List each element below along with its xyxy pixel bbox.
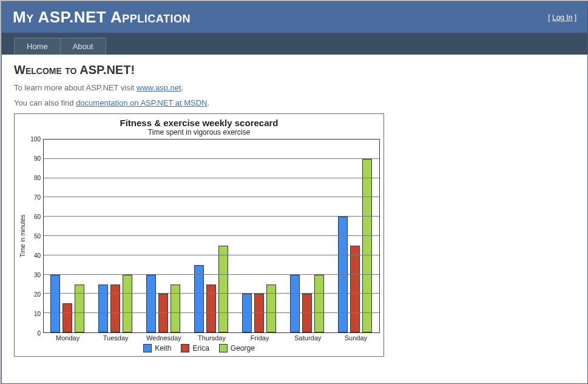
bar-george xyxy=(314,275,324,332)
gridline xyxy=(44,235,379,236)
bar-keith xyxy=(50,275,60,332)
y-tick: 80 xyxy=(34,175,41,181)
login-display: [ Log In ] xyxy=(548,13,576,22)
intro-para-2: You can also find documentation on ASP.N… xyxy=(14,98,575,107)
nav-tabs: Home About xyxy=(14,38,587,55)
nav-tab-about[interactable]: About xyxy=(60,38,106,55)
bar-keith xyxy=(146,275,156,332)
chart-subtitle: Time spent in vigorous exercise xyxy=(18,128,380,136)
app-title: My ASP.NET Application xyxy=(13,8,191,27)
x-axis-ticks: MondayTuesdayWednesdayThursdayFridaySatu… xyxy=(44,333,380,342)
bar-group xyxy=(44,140,92,332)
header-bar: My ASP.NET Application [ Log In ] xyxy=(2,2,587,33)
legend-swatch xyxy=(219,344,228,352)
bar-george xyxy=(123,275,132,332)
bar-george xyxy=(362,159,372,332)
bar-keith xyxy=(194,265,204,332)
y-axis-label: Time in minutes xyxy=(18,139,27,333)
bar-group xyxy=(283,140,331,332)
bar-george xyxy=(218,246,228,332)
bar-keith xyxy=(242,294,252,332)
bar-groups xyxy=(44,140,379,332)
page-heading: Welcome to ASP.NET! xyxy=(14,63,575,77)
legend-label: Keith xyxy=(155,344,171,352)
legend-item-george: George xyxy=(219,344,255,352)
legend-label: George xyxy=(231,344,255,352)
gridline xyxy=(44,178,379,178)
bar-group xyxy=(92,140,140,332)
x-tick: Monday xyxy=(44,333,92,342)
nav-strip: Home About xyxy=(2,33,587,55)
nav-tab-home[interactable]: Home xyxy=(14,38,61,55)
main-content: Welcome to ASP.NET! To learn more about … xyxy=(2,55,587,383)
x-tick: Thursday xyxy=(188,333,235,342)
x-tick: Sunday xyxy=(332,333,380,342)
gridline xyxy=(44,197,379,197)
x-tick: Friday xyxy=(236,333,284,342)
bar-erica xyxy=(206,285,216,333)
y-axis-ticks: 0102030405060708090100 xyxy=(27,139,43,333)
chart-legend: KeithEricaGeorge xyxy=(18,342,380,355)
y-tick: 90 xyxy=(34,155,41,162)
bar-group xyxy=(331,140,379,332)
bar-group xyxy=(140,140,188,332)
bar-george xyxy=(75,285,84,333)
bar-erica xyxy=(254,294,264,332)
legend-item-erica: Erica xyxy=(181,344,209,352)
legend-item-keith: Keith xyxy=(143,344,171,352)
y-tick: 60 xyxy=(34,214,41,220)
plot-canvas xyxy=(43,139,380,333)
link-msdn[interactable]: documentation on ASP.NET at MSDN xyxy=(76,98,207,107)
y-tick: 0 xyxy=(37,330,41,337)
y-tick: 40 xyxy=(34,252,41,259)
gridline xyxy=(44,312,379,313)
app-page: My ASP.NET Application [ Log In ] Home A… xyxy=(1,1,588,384)
x-tick: Wednesday xyxy=(140,333,188,342)
intro-para-1: To learn more about ASP.NET visit www.as… xyxy=(14,83,575,92)
bar-keith xyxy=(290,275,300,332)
bar-erica xyxy=(158,294,168,332)
bar-erica xyxy=(63,303,72,332)
fitness-chart: Fitness & exercise weekly scorecard Time… xyxy=(14,113,384,357)
bar-erica xyxy=(302,294,312,332)
bar-group xyxy=(235,140,283,332)
bar-erica xyxy=(350,246,360,332)
legend-label: Erica xyxy=(192,344,209,352)
x-tick: Saturday xyxy=(284,333,332,342)
gridline xyxy=(44,293,379,294)
gridline xyxy=(44,274,379,275)
bar-keith xyxy=(98,285,108,333)
legend-swatch xyxy=(143,344,152,352)
y-tick: 100 xyxy=(30,136,41,143)
y-tick: 30 xyxy=(34,272,41,278)
link-aspnet[interactable]: www.asp.net xyxy=(137,83,181,92)
y-tick: 20 xyxy=(34,291,41,298)
bar-george xyxy=(171,285,180,333)
y-tick: 50 xyxy=(34,233,41,240)
login-link[interactable]: Log In xyxy=(552,13,572,22)
x-tick: Tuesday xyxy=(92,333,140,342)
gridline xyxy=(44,158,379,159)
bar-george xyxy=(266,285,276,333)
legend-swatch xyxy=(181,344,189,352)
gridline xyxy=(44,255,379,255)
gridline xyxy=(44,216,379,217)
bar-erica xyxy=(110,285,120,333)
bar-group xyxy=(188,140,235,332)
chart-plot-area: Time in minutes 0102030405060708090100 xyxy=(18,139,380,333)
y-tick: 70 xyxy=(34,194,41,201)
y-tick: 10 xyxy=(34,311,41,317)
chart-title: Fitness & exercise weekly scorecard xyxy=(18,118,380,128)
